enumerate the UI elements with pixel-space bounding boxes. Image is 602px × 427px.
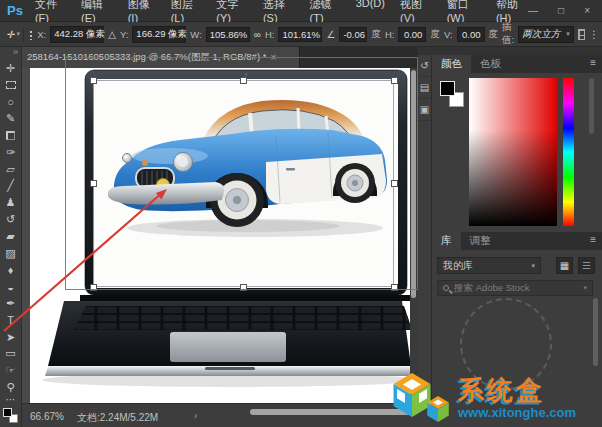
transform-handle-middle-right[interactable] xyxy=(391,180,398,187)
dodge-tool[interactable]: ◒ xyxy=(0,278,21,295)
panel-menu-icon[interactable]: ≡ xyxy=(584,232,602,250)
transform-handle-bottom-center[interactable] xyxy=(240,284,247,291)
grid-view-button[interactable]: ▦ xyxy=(556,257,573,274)
rotation-field[interactable]: -0.06 xyxy=(339,27,367,42)
foreground-color-swatch[interactable] xyxy=(3,408,12,417)
w-label: W: xyxy=(190,29,201,40)
menu-item[interactable]: 选择(S) xyxy=(263,0,295,24)
healing-brush-tool[interactable]: ▱ xyxy=(0,161,21,178)
transform-bounding-box[interactable] xyxy=(93,80,394,287)
tab-color[interactable]: 颜色 xyxy=(432,55,471,73)
width-scale-field[interactable]: 105.86% xyxy=(206,27,250,42)
tab-adjustments[interactable]: 调整 xyxy=(461,232,500,250)
transform-handle-top-left[interactable] xyxy=(90,77,97,84)
history-panel-icon[interactable]: ↺ xyxy=(418,55,431,77)
chevron-down-icon: ▾ xyxy=(583,284,587,292)
reference-point-grid-icon[interactable] xyxy=(28,29,33,40)
panel-scrollbar[interactable] xyxy=(589,78,594,134)
interpolation-label: 插值: xyxy=(502,21,514,47)
document-tab[interactable]: 258164-1510160505333.jpg @ 66.7%(图层 1, R… xyxy=(22,47,300,68)
vertical-scrollbar-thumb[interactable] xyxy=(411,70,416,298)
document-size-info: 文档:2.24M/5.22M xyxy=(77,411,158,425)
properties-panel-icon[interactable]: ▤ xyxy=(418,77,431,99)
list-view-button[interactable]: ☰ xyxy=(578,257,595,274)
maximize-button[interactable]: □ xyxy=(558,5,564,16)
transform-handle-top-right[interactable] xyxy=(391,77,398,84)
move-tool[interactable]: ✛ xyxy=(0,60,21,77)
vertical-scrollbar[interactable] xyxy=(410,68,418,403)
watermark: 系统盒 www.xitonghe.com xyxy=(382,369,600,427)
menu-item[interactable]: 图像(I) xyxy=(128,0,156,24)
x-label: X: xyxy=(37,29,46,40)
clone-stamp-tool[interactable]: ♟ xyxy=(0,194,21,211)
zoom-level[interactable]: 66.67% xyxy=(30,411,64,422)
shape-tool[interactable]: ▭ xyxy=(0,346,21,363)
crop-tool[interactable] xyxy=(0,127,21,144)
eraser-tool[interactable]: ▰ xyxy=(0,228,21,245)
link-dimensions-icon[interactable]: ∞ xyxy=(254,29,261,40)
history-brush-tool[interactable]: ↺ xyxy=(0,211,21,228)
menu-item[interactable]: 编辑(E) xyxy=(81,0,113,24)
photoshop-window: Ps 文件(F)编辑(E)图像(I)图层(L)文字(Y)选择(S)滤镜(T)3D… xyxy=(0,0,602,427)
h-skew-field[interactable]: 0.00 xyxy=(398,27,426,42)
transform-handle-bottom-left[interactable] xyxy=(90,284,97,291)
brush-tool[interactable]: ╱ xyxy=(0,178,21,195)
saturation-brightness-field[interactable] xyxy=(469,78,557,226)
blur-tool[interactable]: ♦ xyxy=(0,262,21,279)
menu-item[interactable]: 滤镜(T) xyxy=(310,0,341,24)
menu-item[interactable]: 窗口(W) xyxy=(447,0,481,24)
menu-item[interactable]: 3D(D) xyxy=(356,0,385,24)
transform-handle-bottom-right[interactable] xyxy=(391,284,398,291)
move-tool-icon: ✛ xyxy=(6,29,14,40)
x-position-field[interactable]: 442.28 像素 xyxy=(50,26,104,43)
search-icon xyxy=(443,285,449,291)
gradient-tool[interactable]: ▨ xyxy=(0,245,21,262)
foreground-background-colors[interactable] xyxy=(3,408,19,423)
eyedropper-tool[interactable]: ✑ xyxy=(0,144,21,161)
watermark-site-name: 系统盒 xyxy=(458,377,576,403)
options-overflow-icon[interactable]: ⋮ xyxy=(589,29,599,40)
tab-libraries[interactable]: 库 xyxy=(432,232,461,250)
panel-scrollbar[interactable] xyxy=(593,298,598,366)
y-position-field[interactable]: 166.29 像素 xyxy=(132,26,186,43)
relative-position-button[interactable]: △ xyxy=(108,29,116,40)
tab-swatches[interactable]: 色板 xyxy=(471,55,510,73)
edit-toolbar-icon[interactable]: ⋯ xyxy=(0,396,21,408)
degree-label: 度 xyxy=(489,28,499,41)
menu-item[interactable]: 文件(F) xyxy=(35,0,66,24)
document-title: 258164-1510160505333.jpg @ 66.7%(图层 1, R… xyxy=(27,51,266,64)
menu-item[interactable]: 图层(L) xyxy=(171,0,202,24)
toolbar-collapse-button[interactable]: » xyxy=(0,47,21,60)
type-tool[interactable]: T xyxy=(0,312,21,329)
warp-mode-icon[interactable] xyxy=(578,29,585,40)
menu-item[interactable]: 文字(Y) xyxy=(216,0,248,24)
pen-tool[interactable]: ✒ xyxy=(0,295,21,312)
tools-list: ✛○✎✑▱╱♟↺▰▨♦◒✒T➤▭☞⚲ xyxy=(0,60,21,396)
height-scale-field[interactable]: 101.61% xyxy=(278,27,322,42)
quick-selection-tool[interactable]: ✎ xyxy=(0,110,21,127)
interpolation-select[interactable]: 两次立方▾ xyxy=(518,26,574,43)
minimize-button[interactable]: — xyxy=(528,5,538,16)
canvas-document[interactable] xyxy=(30,68,410,403)
stock-search-input[interactable]: 搜索 Adobe Stock ▾ xyxy=(437,280,593,296)
watermark-logo-icon xyxy=(382,369,454,427)
status-chevron-icon[interactable]: › xyxy=(194,410,197,421)
library-select[interactable]: 我的库 ▾ xyxy=(437,257,541,274)
v-skew-field[interactable]: 0.00 xyxy=(457,27,485,42)
foreground-color-swatch[interactable] xyxy=(440,81,455,96)
menu-item[interactable]: 视图(V) xyxy=(400,0,432,24)
info-panel-icon[interactable]: ▣ xyxy=(418,99,431,121)
hue-slider[interactable] xyxy=(563,78,574,226)
hand-tool[interactable]: ☞ xyxy=(0,362,21,379)
path-selection-tool[interactable]: ➤ xyxy=(0,329,21,346)
current-tool-icon[interactable]: ✛▾ xyxy=(3,27,24,42)
close-button[interactable]: × xyxy=(584,5,590,16)
lasso-tool[interactable]: ○ xyxy=(0,94,21,111)
transform-handle-top-center[interactable] xyxy=(240,77,247,84)
h-label: H: xyxy=(265,29,275,40)
marquee-tool[interactable] xyxy=(0,77,21,94)
chevron-down-icon: ▾ xyxy=(566,30,570,38)
panel-menu-icon[interactable]: ≡ xyxy=(584,55,602,73)
tab-close-icon[interactable]: × xyxy=(270,52,276,63)
transform-handle-middle-left[interactable] xyxy=(90,180,97,187)
